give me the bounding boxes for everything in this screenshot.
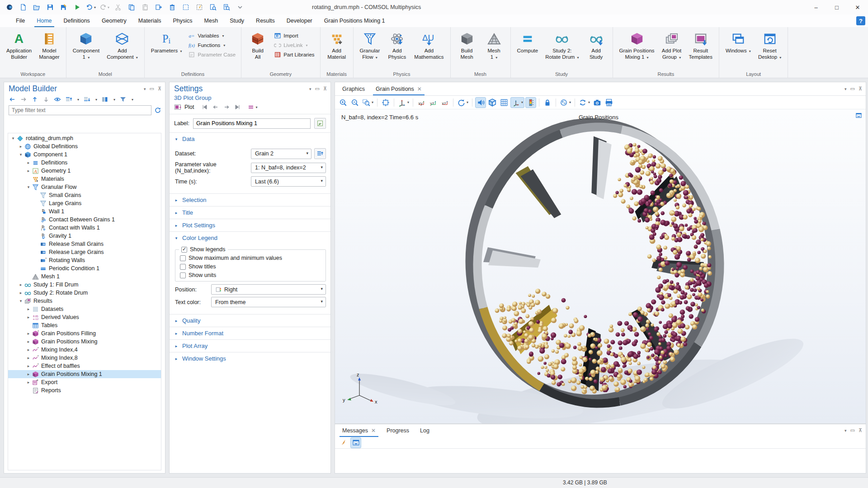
ribbon-tab-results[interactable]: Results	[250, 14, 281, 27]
zoom-in-icon[interactable]	[338, 97, 349, 108]
next-icon[interactable]	[223, 103, 230, 111]
tree-expander[interactable]: ▾	[10, 136, 16, 141]
customize-caret-icon[interactable]	[234, 2, 246, 13]
section-title[interactable]: ▸Title	[170, 206, 330, 219]
find-icon[interactable]	[207, 2, 219, 13]
component-1-button[interactable]: Component1 ▾	[70, 30, 103, 62]
tree-item-global-definitions[interactable]: ▸Global Definitions	[8, 142, 161, 150]
tree-item-wall-1[interactable]: DWall 1	[8, 207, 161, 216]
ribbon-tab-study[interactable]: Study	[224, 14, 250, 27]
application-builder-button[interactable]: AApplicationBuilder	[3, 30, 35, 61]
delete-icon[interactable]	[166, 2, 178, 13]
import-button[interactable]: Import	[271, 32, 317, 40]
build-all-button[interactable]: BuildAll	[245, 30, 271, 61]
messages-tab-progress[interactable]: Progress	[381, 424, 415, 437]
plot-while-solving-icon[interactable]: ▾	[248, 103, 258, 111]
tree-expander[interactable]: ▸	[25, 331, 32, 336]
ribbon-tab-developer[interactable]: Developer	[281, 14, 318, 27]
copy-icon[interactable]	[126, 2, 137, 13]
up-icon[interactable]	[31, 96, 38, 103]
messages-tab-messages[interactable]: Messages✕	[337, 424, 381, 437]
tree-item-definitions[interactable]: ▸Definitions	[8, 159, 161, 167]
section-selection[interactable]: ▸Selection	[170, 194, 330, 206]
tree-expander[interactable]: ▸	[25, 347, 32, 352]
tree-item-periodic-condition-1[interactable]: Periodic Condition 1	[8, 264, 161, 272]
functions-button[interactable]: f(x)Functions▾	[185, 41, 238, 49]
tree-item-grain-positions-mixing-1[interactable]: ▸Grain Positions Mixing 1	[8, 370, 161, 378]
zoom-out-icon[interactable]	[349, 97, 360, 108]
open-icon[interactable]	[31, 2, 42, 13]
comsol-logo[interactable]	[4, 2, 15, 13]
skip-last-icon[interactable]	[234, 103, 241, 111]
section-plot-settings[interactable]: ▸Plot Settings	[170, 219, 330, 231]
orthographic-icon[interactable]	[487, 97, 498, 108]
tree-expander[interactable]: ▸	[25, 372, 32, 376]
tree-item-study-2-rotate-drum[interactable]: ▸Study 2: Rotate Drum	[8, 289, 161, 297]
tree-expander[interactable]: ▸	[25, 160, 32, 165]
chevron-down-icon[interactable]: ▾	[844, 87, 847, 91]
down-icon[interactable]	[42, 96, 50, 103]
tree-item-results[interactable]: ▾Results	[8, 297, 161, 305]
select-box-icon[interactable]	[180, 2, 192, 13]
ribbon-tab-materials[interactable]: Materials	[132, 14, 167, 27]
float-panel-icon[interactable]: ▭	[850, 86, 855, 92]
chevron-down-icon[interactable]: ▾	[144, 87, 146, 91]
dataset-settings-icon[interactable]	[314, 148, 326, 159]
columns-icon[interactable]	[101, 96, 108, 103]
pin-icon[interactable]: ⊼	[323, 86, 327, 92]
result-templates-button[interactable]: ResultTemplates	[686, 30, 716, 61]
lock-icon[interactable]	[542, 97, 553, 108]
new-file-icon[interactable]	[17, 2, 29, 13]
tree-item-release-small-grains[interactable]: Release Small Grains	[8, 240, 161, 248]
float-panel-icon[interactable]: ▭	[850, 427, 855, 433]
plot-button[interactable]: Plot	[184, 104, 194, 110]
section-window-settings[interactable]: ▸Window Settings	[170, 352, 330, 365]
undo-icon[interactable]: ▾	[85, 2, 97, 13]
show-messages-icon[interactable]	[350, 437, 361, 448]
mesh-1-button[interactable]: Mesh1 ▾	[481, 30, 507, 62]
add-mathematics-button[interactable]: ΔUAddMathematics	[411, 30, 447, 61]
pin-icon[interactable]: ⊼	[859, 427, 862, 433]
ribbon-tab-geometry[interactable]: Geometry	[96, 14, 132, 27]
tree-item-rotating-walls[interactable]: *Rotating Walls	[8, 256, 161, 264]
close-tab-icon[interactable]: ✕	[371, 427, 376, 434]
study-2-rotate-drum-button[interactable]: Study 2:Rotate Drum ▾	[542, 30, 582, 62]
plot-canvas[interactable]: N_baf=8, index=2 Time=6.6 s Grain Positi…	[335, 109, 866, 423]
tree-expander[interactable]: ▸	[25, 315, 32, 319]
section-quality[interactable]: ▸Quality	[170, 314, 330, 327]
duplicate-icon[interactable]	[153, 2, 165, 13]
tree-item-contact-between-grains-1[interactable]: DContact Between Grains 1	[8, 216, 161, 224]
time-s--select[interactable]: Last (6.6)	[251, 176, 326, 187]
add-material-button[interactable]: AddMaterial	[324, 30, 350, 61]
ribbon-tab-definitions[interactable]: Definitions	[58, 14, 96, 27]
tree-expander[interactable]: ▾	[18, 299, 24, 303]
save-icon[interactable]	[44, 2, 56, 13]
ribbon-tab-file[interactable]: File	[10, 14, 31, 27]
scene-light-icon[interactable]	[475, 97, 486, 108]
view-yz-icon[interactable]: yz	[428, 97, 439, 108]
refresh-icon[interactable]	[154, 107, 161, 114]
print-icon[interactable]	[604, 97, 614, 108]
tree-expander[interactable]: ▸	[18, 282, 24, 287]
tree-item-granular-flow[interactable]: ▾Granular Flow	[8, 183, 161, 191]
save-as-icon[interactable]	[58, 2, 70, 13]
variables-button[interactable]: a=Variables▾	[185, 32, 238, 40]
messages-tab-log[interactable]: Log	[415, 424, 435, 437]
view-xy-icon[interactable]: xy	[416, 97, 427, 108]
move-down-icon[interactable]	[83, 96, 90, 103]
reset-desktop-button[interactable]: ResetDesktop ▾	[755, 30, 784, 62]
default-view-icon[interactable]: ▾	[397, 97, 410, 108]
ribbon-tab-physics[interactable]: Physics	[167, 14, 198, 27]
chevron-down-icon[interactable]: ▾	[309, 87, 311, 91]
tree-item-tables[interactable]: Tables	[8, 321, 161, 329]
move-up-icon[interactable]	[65, 96, 72, 103]
tree-item-component-1[interactable]: ▾Component 1	[8, 150, 161, 159]
add-physics-button[interactable]: AddPhysics	[384, 30, 410, 61]
tree-item-contact-with-walls-1[interactable]: DContact with Walls 1	[8, 224, 161, 232]
compute-button[interactable]: Compute	[514, 30, 542, 56]
graphics-tab-graphics[interactable]: Graphics	[337, 82, 370, 95]
section-number-format[interactable]: ▸Number Format	[170, 327, 330, 339]
tree-expander[interactable]: ▾	[25, 185, 32, 189]
chevron-down-icon[interactable]: ▾	[844, 428, 847, 433]
dataset-select[interactable]: Grain 2	[251, 149, 311, 159]
